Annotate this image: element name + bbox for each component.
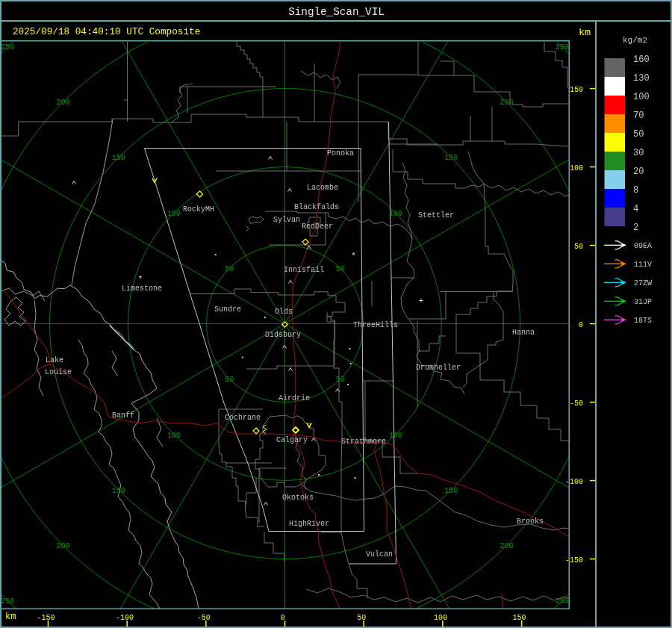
svg-text:50: 50 [225,265,234,273]
svg-text:18TS: 18TS [634,317,652,325]
svg-text:Olds: Olds [275,308,293,316]
svg-text:160: 160 [633,55,650,65]
svg-text:*: * [351,252,355,261]
svg-text:50: 50 [357,614,366,622]
svg-text:-50: -50 [570,400,583,408]
svg-text:250: 250 [1,43,14,52]
svg-text:HighRiver: HighRiver [289,520,329,528]
svg-text:200: 200 [500,99,513,107]
svg-text:100: 100 [389,432,402,440]
svg-text:100: 100 [633,92,650,102]
svg-text:20: 20 [633,167,644,177]
svg-text:250: 250 [556,597,569,606]
svg-text:150: 150 [570,86,583,94]
svg-text:150: 150 [444,154,458,162]
svg-text:50: 50 [574,243,583,251]
svg-text:km: km [5,612,16,622]
svg-text:0: 0 [280,614,284,622]
svg-text:70: 70 [633,111,644,121]
svg-text:50: 50 [336,265,345,273]
svg-text:Strathmore: Strathmore [341,438,386,446]
svg-text:RockyMH: RockyMH [183,205,214,214]
svg-text:Hanna: Hanna [512,329,535,337]
svg-text:2: 2 [633,223,638,233]
svg-text:Didsbury: Didsbury [265,331,301,339]
svg-text:-150: -150 [565,556,583,565]
svg-text:200: 200 [56,542,69,550]
svg-text:Lacombe: Lacombe [307,184,338,192]
svg-text:111V: 111V [634,261,652,269]
svg-text:100: 100 [434,614,447,622]
svg-text:-50: -50 [197,614,211,622]
svg-text:250: 250 [1,597,14,606]
svg-text:09EA: 09EA [634,242,652,250]
svg-text:Drumheller: Drumheller [416,364,461,372]
svg-text:Single_Scan_VIL: Single_Scan_VIL [288,6,385,18]
svg-text:Ponoka: Ponoka [327,149,354,158]
svg-text:Blackfalds: Blackfalds [294,203,339,211]
svg-text:kg/m2: kg/m2 [623,36,647,45]
svg-text:250: 250 [556,43,569,52]
svg-text:Lake: Lake [46,356,63,364]
svg-text:150: 150 [444,487,458,495]
svg-text:100: 100 [167,432,181,440]
svg-text:50: 50 [336,376,345,384]
svg-text:Sundre: Sundre [214,305,241,314]
svg-text:Cochrane: Cochrane [225,414,261,422]
svg-text:-100: -100 [565,478,583,486]
svg-text:200: 200 [56,99,69,107]
svg-text:-150: -150 [37,614,55,622]
svg-text:0: 0 [579,321,583,329]
svg-text:130: 130 [633,73,650,84]
svg-text:150: 150 [513,614,526,622]
svg-text:Okotoks: Okotoks [282,494,314,502]
svg-text:2025/09/18 04:40:10 UTC Compos: 2025/09/18 04:40:10 UTC Composite [13,26,200,37]
svg-text:Banff: Banff [112,411,134,420]
svg-text:-100: -100 [116,614,134,622]
svg-text:50: 50 [633,129,644,140]
svg-text:km: km [579,27,591,38]
svg-text:Brooks: Brooks [517,517,544,526]
svg-text:Innisfail: Innisfail [284,266,324,274]
svg-text:Sylvan: Sylvan [273,216,300,224]
svg-text:Louise: Louise [45,368,72,376]
svg-text:Calgary: Calgary [276,436,308,444]
svg-text:Limestone: Limestone [122,285,162,293]
svg-text:Airdrie: Airdrie [279,394,310,402]
svg-text:4: 4 [633,204,638,214]
svg-text:31JP: 31JP [634,298,652,306]
svg-text:+: + [419,297,423,305]
svg-text:Vulcan: Vulcan [366,550,393,559]
svg-text:150: 150 [112,154,125,162]
svg-text:100: 100 [570,164,583,172]
svg-text:*: * [138,276,143,284]
svg-text:200: 200 [500,542,513,550]
svg-text:100: 100 [389,210,402,218]
svg-text:150: 150 [112,487,125,495]
svg-text:27ZW: 27ZW [634,279,652,287]
svg-text:ThreeHills: ThreeHills [353,321,398,329]
svg-text:30: 30 [633,148,644,158]
svg-text:RedDeer: RedDeer [302,223,333,231]
svg-text:100: 100 [167,210,181,218]
svg-text:Stettler: Stettler [418,211,454,220]
svg-text:8: 8 [633,185,638,196]
svg-text:50: 50 [225,376,234,384]
